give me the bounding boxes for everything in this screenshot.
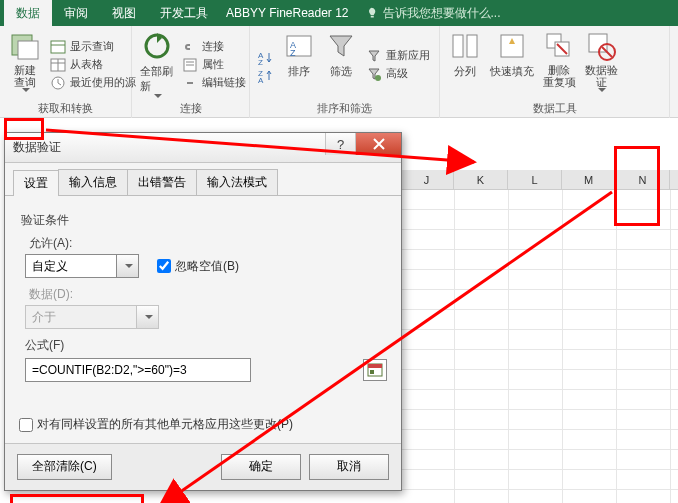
reapply-icon <box>366 48 382 64</box>
data-validation-icon <box>585 30 617 62</box>
filter-button[interactable]: 筛选 <box>320 28 362 101</box>
help-button[interactable]: ? <box>325 133 355 155</box>
ignore-blank-checkbox[interactable]: 忽略空值(B) <box>157 258 239 275</box>
chevron-down-icon <box>154 94 162 98</box>
allow-combo[interactable] <box>25 254 139 278</box>
menu-dev[interactable]: 开发工具 <box>148 0 220 26</box>
group-label: 获取和转换 <box>4 101 127 118</box>
apply-others-input[interactable] <box>19 418 33 432</box>
col-n[interactable]: N <box>616 170 670 189</box>
redbox-allow-combo <box>10 494 144 503</box>
removedup-icon <box>543 30 575 62</box>
text-to-columns-button[interactable]: 分列 <box>444 28 486 101</box>
dialog-footer: 全部清除(C) 确定 取消 <box>5 443 401 490</box>
clock-icon <box>50 75 66 91</box>
data-input <box>25 305 137 329</box>
chevron-down-icon[interactable] <box>117 254 139 278</box>
group-label: 连接 <box>136 101 245 118</box>
flashfill-icon <box>496 30 528 62</box>
col-j[interactable]: J <box>400 170 454 189</box>
chevron-down-icon <box>22 88 30 92</box>
close-button[interactable] <box>355 133 401 155</box>
menu-data[interactable]: 数据 <box>4 0 52 26</box>
ok-button[interactable]: 确定 <box>221 454 301 480</box>
recent-sources-button[interactable]: 最近使用的源 <box>50 75 136 91</box>
svg-text:Z: Z <box>258 58 263 66</box>
menu-review[interactable]: 审阅 <box>52 0 100 26</box>
chain-icon <box>182 75 198 91</box>
sort-asc-button[interactable]: AZ <box>258 50 274 66</box>
range-icon <box>367 363 383 377</box>
flash-fill-button[interactable]: 快速填充 <box>486 28 538 101</box>
formula-input[interactable] <box>25 358 251 382</box>
group-label: 数据工具 <box>444 101 665 118</box>
menu-bar: 数据 审阅 视图 开发工具 ABBYY FineReader 12 告诉我您想要… <box>0 0 678 26</box>
reapply-button[interactable]: 重新应用 <box>366 48 430 64</box>
ignore-blank-input[interactable] <box>157 259 171 273</box>
col-k[interactable]: K <box>454 170 508 189</box>
close-icon <box>373 138 385 150</box>
col-l[interactable]: L <box>508 170 562 189</box>
spreadsheet-grid[interactable] <box>400 190 678 503</box>
sort-desc-button[interactable]: ZA <box>258 68 274 84</box>
sort-icon: AZ <box>283 30 315 62</box>
svg-rect-0 <box>370 16 373 18</box>
connections-button[interactable]: 连接 <box>182 39 246 55</box>
columns-icon <box>449 30 481 62</box>
chevron-down-icon <box>598 88 606 92</box>
svg-rect-3 <box>51 41 65 53</box>
filter-icon <box>325 30 357 62</box>
tab-ime-mode[interactable]: 输入法模式 <box>196 169 278 195</box>
formula-label: 公式(F) <box>25 337 387 354</box>
sort-asc-icon: AZ <box>258 50 274 66</box>
svg-rect-2 <box>18 41 38 59</box>
refresh-all-button[interactable]: 全部刷新 <box>136 28 178 101</box>
bulb-icon <box>367 7 379 19</box>
edit-links-button[interactable]: 编辑链接 <box>182 75 246 91</box>
data-validation-dialog: 数据验证 ? 设置 输入信息 出错警告 输入法模式 验证条件 允许(A): 忽略… <box>4 132 402 491</box>
advanced-button[interactable]: 高级 <box>366 66 430 82</box>
group-label: 排序和筛选 <box>254 101 435 118</box>
table-icon <box>50 39 66 55</box>
tab-settings[interactable]: 设置 <box>13 170 59 196</box>
tell-me-placeholder: 告诉我您想要做什么... <box>383 5 501 22</box>
show-queries-button[interactable]: 显示查询 <box>50 39 136 55</box>
dialog-title: 数据验证 <box>13 139 61 156</box>
sort-desc-icon: ZA <box>258 68 274 84</box>
allow-input[interactable] <box>25 254 117 278</box>
svg-rect-31 <box>368 364 382 368</box>
apply-others-checkbox[interactable]: 对有同样设置的所有其他单元格应用这些更改(P) <box>19 416 293 433</box>
dialog-tabs: 设置 输入信息 出错警告 输入法模式 <box>5 163 401 196</box>
svg-text:Z: Z <box>290 48 296 58</box>
data-validation-button[interactable]: 数据验 证 <box>580 28 622 101</box>
remove-duplicates-button[interactable]: 删除 重复项 <box>538 28 580 101</box>
menu-view[interactable]: 视图 <box>100 0 148 26</box>
advanced-icon <box>366 66 382 82</box>
menu-abbyy[interactable]: ABBYY FineReader 12 <box>226 6 349 20</box>
dialog-titlebar[interactable]: 数据验证 ? <box>5 133 401 163</box>
sort-button[interactable]: AZ 排序 <box>278 28 320 101</box>
table-icon <box>50 57 66 73</box>
tab-input-message[interactable]: 输入信息 <box>58 169 128 195</box>
properties-button[interactable]: 属性 <box>182 57 246 73</box>
range-selector-button[interactable] <box>363 359 387 381</box>
tab-error-alert[interactable]: 出错警告 <box>127 169 197 195</box>
cancel-button[interactable]: 取消 <box>309 454 389 480</box>
criteria-heading: 验证条件 <box>21 212 387 229</box>
svg-rect-22 <box>467 35 477 57</box>
tell-me-search[interactable]: 告诉我您想要做什么... <box>367 5 501 22</box>
svg-rect-21 <box>453 35 463 57</box>
svg-rect-32 <box>370 370 374 374</box>
link-icon <box>182 39 198 55</box>
chevron-down-icon <box>137 305 159 329</box>
column-headers: J K L M N <box>400 170 678 190</box>
svg-point-20 <box>375 75 381 81</box>
properties-icon <box>182 57 198 73</box>
clear-all-button[interactable]: 全部清除(C) <box>17 454 112 480</box>
from-table-button[interactable]: 从表格 <box>50 57 136 73</box>
svg-text:A: A <box>258 76 264 84</box>
data-label: 数据(D): <box>29 286 387 303</box>
allow-label: 允许(A): <box>29 235 387 252</box>
col-m[interactable]: M <box>562 170 616 189</box>
new-query-button[interactable]: 新建 查询 <box>4 28 46 101</box>
